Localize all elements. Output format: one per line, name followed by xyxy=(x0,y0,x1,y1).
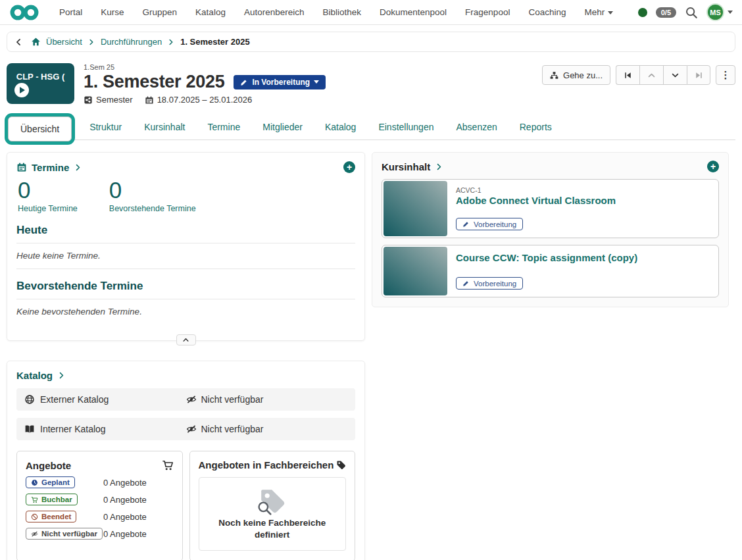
tab-reports[interactable]: Reports xyxy=(508,115,563,139)
tab-termine[interactable]: Termine xyxy=(196,115,251,139)
course-element-thumbnail[interactable] xyxy=(383,181,447,236)
openolat-logo-icon[interactable] xyxy=(9,4,39,21)
heute-heading: Heute xyxy=(16,224,355,243)
main-menu: Portal Kurse Gruppen Katalog Autorenbere… xyxy=(50,7,622,17)
course-element-card[interactable]: Course CCW: Topic assignment (copy) Vorb… xyxy=(382,245,719,297)
top-navigation-bar: Portal Kurse Gruppen Katalog Autorenbere… xyxy=(0,0,742,25)
tab-katalog[interactable]: Katalog xyxy=(314,115,367,139)
back-chevron-icon[interactable] xyxy=(14,38,23,47)
fachbereiche-card-title: Angeboten in Fachbereichen xyxy=(199,459,334,471)
status-badge[interactable]: In Vorbereitung xyxy=(234,75,326,89)
course-meta: Semester 18.07.2025 – 25.01.2026 xyxy=(84,95,326,105)
course-header: CLP - HSG ( 1.Sem 25 1. Semester 2025 In… xyxy=(7,63,735,105)
nav-item-katalog[interactable]: Katalog xyxy=(186,7,235,17)
eye-slash-icon xyxy=(186,394,197,405)
skip-end-icon xyxy=(695,71,703,80)
course-thumbnail[interactable]: CLP - HSG ( xyxy=(7,63,74,104)
tag-icon xyxy=(336,460,346,470)
stat-bevorstehende-termine: 0 Bevorstehende Termine xyxy=(109,177,196,213)
chevron-right-icon[interactable] xyxy=(435,163,443,171)
offer-row-beendet: Beendet 0 Angebote xyxy=(26,511,174,522)
cart-icon xyxy=(162,459,174,471)
last-element-button[interactable] xyxy=(687,65,710,85)
nav-item-bibliothek[interactable]: Bibliothek xyxy=(313,7,370,17)
calendar-icon xyxy=(16,162,27,172)
goto-button[interactable]: Gehe zu... xyxy=(542,65,610,85)
next-element-button[interactable] xyxy=(663,65,687,85)
offer-row-buchbar: Buchbar 0 Angebote xyxy=(26,494,174,505)
heute-empty-message: Heute keine Termine. xyxy=(16,243,355,269)
home-icon[interactable] xyxy=(31,37,41,47)
stat-label: Bevorstehende Termine xyxy=(109,204,196,213)
katalog-panel-title[interactable]: Katalog xyxy=(16,370,53,381)
course-tabbar: Übersicht Struktur Kursinhalt Termine Mi… xyxy=(7,114,735,140)
add-termin-button[interactable]: + xyxy=(343,161,355,173)
kursinhalt-panel-title[interactable]: Kursinhalt xyxy=(382,161,430,172)
course-element-title[interactable]: Course CCW: Topic assignment (copy) xyxy=(456,252,637,263)
nav-item-kurse[interactable]: Kurse xyxy=(91,7,133,17)
pencil-icon xyxy=(462,220,470,228)
nav-item-dokumentenpool[interactable]: Dokumentenpool xyxy=(370,7,456,17)
magnifier-icon xyxy=(257,500,272,516)
chevron-right-icon[interactable] xyxy=(74,163,82,172)
vorbereitung-badge: Vorbereitung xyxy=(456,218,523,230)
offer-badge-label: Nicht verfügbar xyxy=(41,530,97,538)
termine-panel-title[interactable]: Termine xyxy=(32,162,69,173)
offer-badge-nicht-verfuegbar: Nicht verfügbar xyxy=(26,528,103,540)
nav-item-fragenpool[interactable]: Fragenpool xyxy=(456,7,519,17)
tab-absenzen[interactable]: Absenzen xyxy=(445,115,508,139)
interner-katalog-row: Interner Katalog Nicht verfügbar xyxy=(16,418,355,440)
nav-item-coaching[interactable]: Coaching xyxy=(519,7,575,17)
course-reference: 1.Sem 25 xyxy=(84,63,326,71)
breadcrumb-item-uebersicht[interactable]: Übersicht xyxy=(46,37,82,47)
offer-badge-label: Beendet xyxy=(41,513,71,521)
offer-badge-beendet: Beendet xyxy=(26,511,76,522)
course-element-card[interactable]: ACVC-1 Adobe Connect Virtual Classroom V… xyxy=(382,179,719,238)
avatar[interactable]: MS xyxy=(706,3,724,21)
bevorstehende-empty-message: Keine bevorstehenden Termine. xyxy=(16,299,355,324)
nav-item-mehr[interactable]: Mehr xyxy=(575,7,622,17)
chevron-down-icon xyxy=(728,11,733,14)
nav-item-portal[interactable]: Portal xyxy=(50,7,91,17)
nav-item-gruppen[interactable]: Gruppen xyxy=(134,7,187,17)
tab-uebersicht[interactable]: Übersicht xyxy=(8,116,72,141)
course-element-title[interactable]: Adobe Connect Virtual Classroom xyxy=(456,195,616,206)
tab-einstellungen[interactable]: Einstellungen xyxy=(367,115,445,139)
collapse-termine-button[interactable] xyxy=(176,334,196,345)
katalog-row-status: Nicht verfügbar xyxy=(201,424,264,434)
first-element-button[interactable] xyxy=(616,65,639,85)
course-element-code: ACVC-1 xyxy=(456,186,616,194)
play-icon[interactable] xyxy=(14,83,29,97)
search-icon[interactable] xyxy=(685,6,698,19)
nav-item-mehr-label: Mehr xyxy=(584,7,605,17)
tag-search-icon xyxy=(255,487,289,515)
topbar-right-controls: 0/5 MS xyxy=(638,3,733,21)
chevron-up-icon xyxy=(647,71,656,80)
katalog-row-label: Interner Katalog xyxy=(40,424,106,434)
previous-element-button[interactable] xyxy=(639,65,663,85)
stat-value: 0 xyxy=(18,177,78,203)
breadcrumb-item-current: 1. Semester 2025 xyxy=(180,37,250,47)
course-type: Semester xyxy=(84,95,133,105)
stat-heutige-termine: 0 Heutige Termine xyxy=(18,177,78,213)
notification-counter-badge[interactable]: 0/5 xyxy=(656,7,676,18)
course-element-thumbnail[interactable] xyxy=(383,247,447,295)
fachbereiche-card: Angeboten in Fachbereichen Noch keine Fa… xyxy=(189,451,356,560)
offer-badge-label: Buchbar xyxy=(41,496,72,503)
eye-slash-icon xyxy=(186,424,197,434)
more-options-button[interactable]: ⋮ xyxy=(716,65,735,85)
nav-item-autorenbereich[interactable]: Autorenbereich xyxy=(235,7,314,17)
breadcrumb-item-durchfuehrungen[interactable]: Durchführungen xyxy=(101,37,162,47)
tab-struktur[interactable]: Struktur xyxy=(78,115,133,139)
presence-status-icon[interactable] xyxy=(638,8,647,17)
course-type-label: Semester xyxy=(96,95,133,105)
add-kursinhalt-button[interactable]: + xyxy=(707,161,719,172)
user-menu[interactable]: MS xyxy=(706,3,733,21)
bevorstehende-heading: Bevorstehende Termine xyxy=(16,280,355,299)
stat-value: 0 xyxy=(109,177,196,203)
offer-count: 0 Angebote xyxy=(103,495,174,505)
pencil-icon xyxy=(462,280,470,287)
tab-kursinhalt[interactable]: Kursinhalt xyxy=(133,115,196,139)
chevron-right-icon[interactable] xyxy=(57,371,66,380)
tab-mitglieder[interactable]: Mitglieder xyxy=(251,115,314,139)
